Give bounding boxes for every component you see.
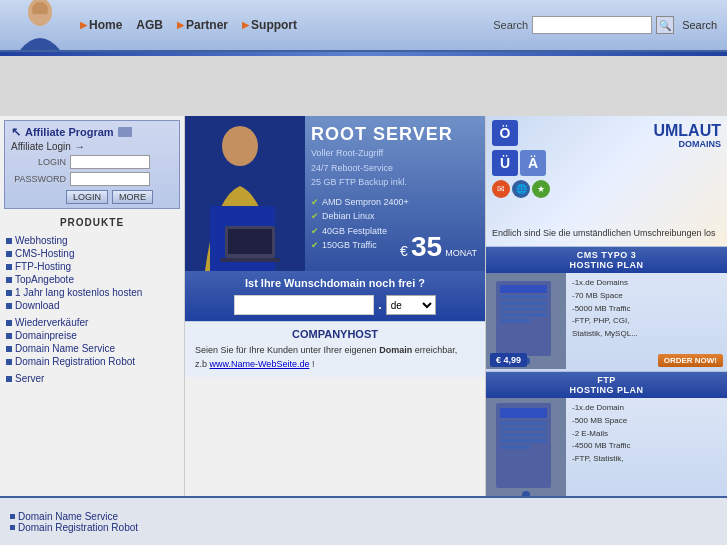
search-area: Search 🔍 Search (493, 16, 717, 34)
password-input[interactable] (70, 172, 150, 186)
prod-dns[interactable]: Domain Name Service (6, 342, 178, 355)
cms-header-line2: HOSTING PLAN (492, 260, 721, 270)
center-panel: ROOT SERVER Voller Root-Zugriff 24/7 Reb… (185, 116, 485, 496)
cms-typo3-box: CMS TYPO 3 HOSTING PLAN (486, 246, 727, 371)
prod-kostenlos[interactable]: 1 Jahr lang kostenlos hosten (6, 286, 178, 299)
svg-rect-24 (500, 439, 547, 443)
affiliate-box: ↖ Affiliate Program Affiliate Login → LO… (4, 120, 180, 209)
bullet-icon (6, 303, 12, 309)
form-buttons: LOGIN MORE (11, 190, 173, 204)
login-field-label: LOGIN (11, 157, 66, 167)
root-feature-2: ✔ Debian Linux (311, 209, 479, 223)
root-server-image (185, 116, 305, 271)
svg-rect-22 (500, 427, 547, 431)
main-nav: ▶ Home AGB ▶ Partner ▶ Support (80, 18, 493, 32)
nav-support-arrow: ▶ (242, 20, 249, 30)
svg-rect-23 (500, 433, 547, 437)
prod-ftp-hosting[interactable]: FTP-Hosting (6, 260, 178, 273)
check-arrow-icon-4: ✔ (311, 238, 319, 252)
bullet-icon (6, 333, 12, 339)
prod-domain-robot[interactable]: Domain Registration Robot (6, 355, 178, 368)
svg-rect-8 (220, 258, 280, 262)
companyhost-link[interactable]: www.Name-WebSeite.de (210, 359, 310, 369)
root-price-unit: MONAT (445, 248, 477, 258)
umlaut-icon-3: ★ (532, 180, 550, 198)
ftp-header: FTP HOSTING PLAN (486, 372, 727, 398)
root-sub1: Voller Root-Zugriff (311, 147, 479, 160)
nav-support[interactable]: ▶ Support (242, 18, 297, 32)
cms-price-badge: € 4,99 (490, 353, 527, 367)
header: ▶ Home AGB ▶ Partner ▶ Support Search 🔍 … (0, 0, 727, 52)
ftp-header-line2: HOSTING PLAN (492, 385, 721, 395)
search-input[interactable] (532, 16, 652, 34)
prod-wiederverkaufer[interactable]: Wiederverkäufer (6, 316, 178, 329)
root-server-title: ROOT SERVER (311, 124, 479, 145)
ftp-hosting-box: FTP HOSTING PLAN (486, 371, 727, 496)
companyhost-text: Seien Sie für Ihre Kunden unter Ihrer ei… (195, 344, 475, 371)
cursor-icon: ↖ (11, 125, 21, 139)
affiliate-icon (118, 127, 132, 137)
prod-domainpreise[interactable]: Domainpreise (6, 329, 178, 342)
main-content: ↖ Affiliate Program Affiliate Login → LO… (0, 116, 727, 496)
ftp-image (486, 398, 566, 496)
domain-tld-select[interactable]: de com net org (386, 295, 436, 315)
umlaut-ue: Ü (492, 150, 518, 176)
bottom-item-robot[interactable]: Domain Registration Robot (10, 522, 138, 533)
prod-server[interactable]: Server (6, 372, 178, 385)
svg-rect-14 (500, 307, 547, 311)
bullet-icon (6, 346, 12, 352)
nav-agb[interactable]: AGB (136, 18, 163, 32)
prod-top-angebote[interactable]: TopAngebote (6, 273, 178, 286)
svg-rect-13 (500, 301, 547, 305)
bullet-icon (6, 264, 12, 270)
nav-partner-arrow: ▶ (177, 20, 184, 30)
companyhost-title: COMPANYHOST (195, 328, 475, 340)
ftp-details: -1x.de Domain -500 MB Space -2 E-Mails -… (566, 398, 727, 496)
bullet-icon (6, 277, 12, 283)
cms-features: -1x.de Domains -70 MB Space -5000 MB Tra… (572, 277, 721, 341)
svg-rect-25 (500, 445, 530, 449)
search-label: Search (493, 19, 528, 31)
bottom-items: Domain Name Service Domain Registration … (10, 511, 138, 533)
search-button[interactable]: 🔍 (656, 16, 674, 34)
login-input[interactable] (70, 155, 150, 169)
bottom-item-dns[interactable]: Domain Name Service (10, 511, 138, 522)
bullet-icon (6, 376, 12, 382)
nav-home[interactable]: ▶ Home (80, 18, 122, 32)
ad-area (0, 56, 727, 116)
domain-search-text: Ist Ihre Wunschdomain noch frei ? (195, 277, 475, 289)
svg-rect-7 (228, 229, 272, 254)
umlaut-title: UMLAUT DOMAINS (653, 122, 721, 149)
password-field-label: PASSWORD (11, 174, 66, 184)
cms-price-row: € 4,99 ORDER NOW! (486, 353, 727, 367)
ftp-content: -1x.de Domain -500 MB Space -2 E-Mails -… (486, 398, 727, 496)
domain-search-input[interactable] (234, 295, 374, 315)
prod-webhosting[interactable]: Webhosting (6, 234, 178, 247)
check-arrow-icon-3: ✔ (311, 224, 319, 238)
domain-dot: . (378, 298, 381, 312)
more-button[interactable]: MORE (112, 190, 153, 204)
affiliate-program-title: ↖ Affiliate Program (11, 125, 173, 139)
login-button[interactable]: LOGIN (66, 190, 108, 204)
root-server-banner: ROOT SERVER Voller Root-Zugriff 24/7 Reb… (185, 116, 485, 271)
cms-header-line1: CMS TYPO 3 (492, 250, 721, 260)
order-now-button[interactable]: ORDER NOW! (658, 354, 723, 367)
header-logo (10, 0, 70, 52)
umlaut-description: Endlich sind Sie die umständlichen Umsch… (492, 227, 721, 240)
login-field-row: LOGIN (11, 155, 173, 169)
bullet-icon (6, 251, 12, 257)
umlaut-ae: Ä (520, 150, 546, 176)
search-link[interactable]: Search (682, 19, 717, 31)
umlaut-icons: Ö Ü Ä ✉ 🌐 ★ (492, 120, 550, 198)
umlaut-icon-2: 🌐 (512, 180, 530, 198)
nav-partner[interactable]: ▶ Partner (177, 18, 228, 32)
root-feature-1: ✔ AMD Sempron 2400+ (311, 195, 479, 209)
svg-point-2 (29, 14, 51, 22)
svg-rect-11 (500, 285, 547, 293)
bullet-icon (6, 290, 12, 296)
prod-cms-hosting[interactable]: CMS-Hosting (6, 247, 178, 260)
svg-rect-21 (500, 421, 547, 425)
produkte-title: PRODUKTE (6, 217, 178, 228)
prod-download[interactable]: Download (6, 299, 178, 312)
domain-search-row: . de com net org (195, 295, 475, 315)
